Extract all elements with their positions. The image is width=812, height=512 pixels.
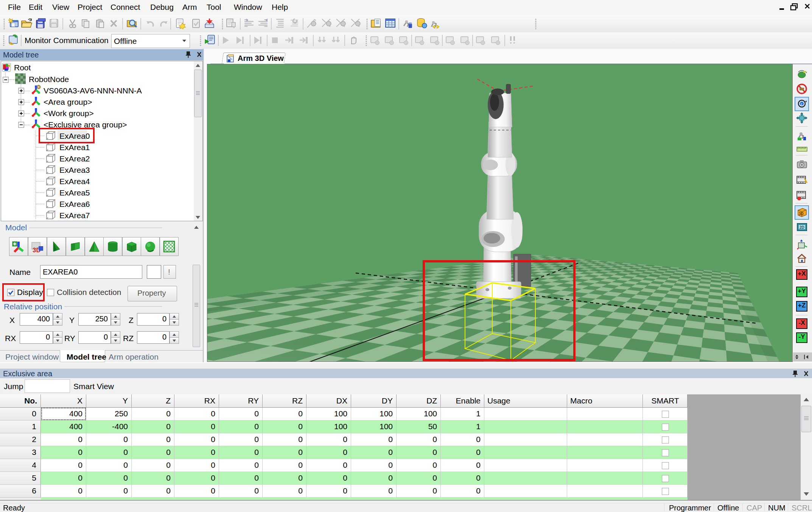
svg-text:2D: 2D: [800, 225, 804, 230]
svg-text:3D: 3D: [799, 212, 804, 216]
svg-text:z: z: [801, 102, 803, 106]
